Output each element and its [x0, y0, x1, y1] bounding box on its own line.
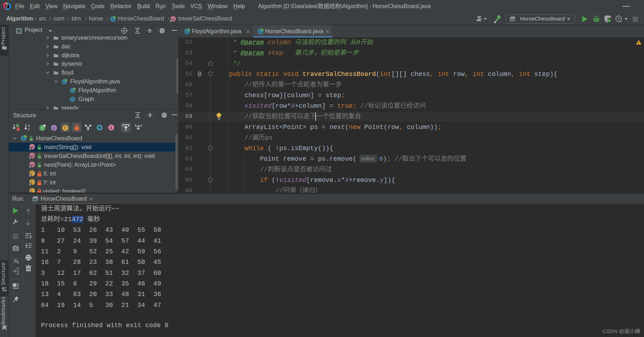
svg-text:C: C	[71, 97, 74, 102]
svg-text:a: a	[28, 124, 30, 128]
svg-text:z: z	[28, 128, 30, 131]
svg-text:I: I	[42, 126, 43, 131]
svg-text:p: p	[53, 126, 55, 131]
svg-text:f: f	[64, 126, 66, 131]
svg-text:IJ: IJ	[6, 5, 8, 7]
